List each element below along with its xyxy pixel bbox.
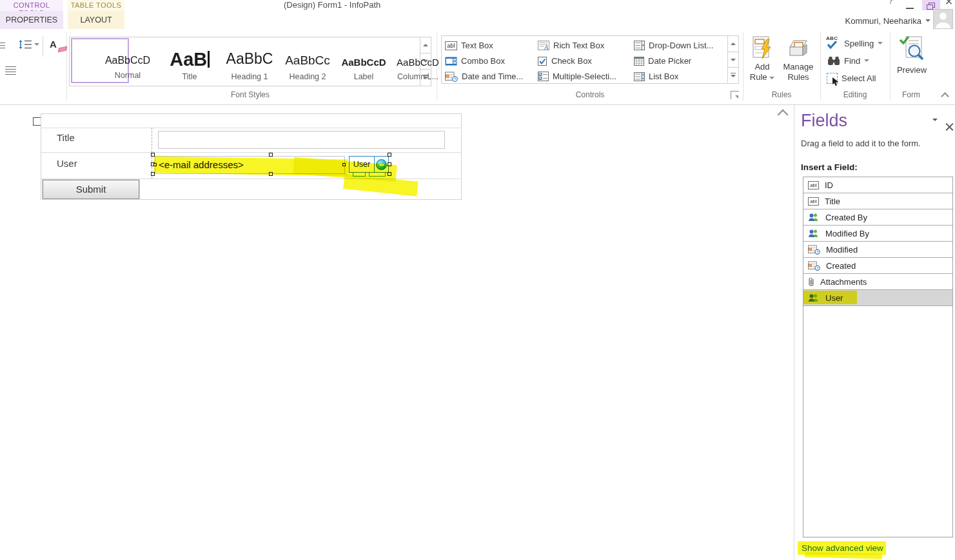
selection-handle[interactable] <box>151 172 155 176</box>
clear-formatting-button[interactable]: A <box>50 39 64 52</box>
indent-icon[interactable] <box>0 41 5 50</box>
control-list-box[interactable]: List Box <box>634 69 678 84</box>
select-all-icon <box>827 73 838 84</box>
scroll-down-button[interactable] <box>420 53 431 70</box>
scroll-up-button[interactable] <box>420 37 431 53</box>
account-menu[interactable]: Kommuri, Neeharika <box>827 14 930 28</box>
fields-list: abl ID abl Title Created By Modified By … <box>803 177 953 537</box>
textbox-resize-handle[interactable] <box>342 163 346 166</box>
triangle-down-icon <box>731 59 736 61</box>
select-all-button[interactable]: Select All <box>827 71 876 85</box>
pane-menu-button[interactable] <box>932 119 938 121</box>
table-row-border <box>41 152 462 153</box>
control-multiple-selection[interactable]: Multiple-Selecti... <box>538 69 616 84</box>
selection-handle[interactable] <box>151 153 155 157</box>
selection-handle[interactable] <box>269 153 273 157</box>
help-button[interactable]: ? <box>883 0 898 10</box>
control-combo-box[interactable]: Combo Box <box>445 53 505 68</box>
selection-handle[interactable] <box>388 162 391 166</box>
group-label-editing: Editing <box>823 90 887 99</box>
field-label: Modified By <box>825 229 869 238</box>
style-heading-2[interactable]: AaBbCc Heading 2 <box>251 38 308 83</box>
check-box-icon <box>538 57 547 66</box>
help-icon: ? <box>888 0 893 6</box>
triangle-up-icon <box>423 44 428 46</box>
spelling-button[interactable]: ABC Spelling <box>826 36 883 50</box>
scroll-down-button[interactable] <box>728 52 738 68</box>
find-label: Find <box>844 56 860 66</box>
fields-pane-title: Fields <box>801 111 847 131</box>
control-text-box[interactable]: abl Text Box <box>445 38 493 53</box>
title-text-box[interactable] <box>158 131 445 149</box>
tab-layout[interactable]: LAYOUT <box>68 11 124 29</box>
launcher-arrow-icon <box>735 95 738 99</box>
insert-field-heading: Insert a Field: <box>801 162 858 172</box>
field-label: ID <box>825 180 833 190</box>
textbox-resize-handle[interactable] <box>153 163 157 166</box>
submit-button[interactable]: Submit <box>43 180 139 199</box>
style-title[interactable]: AaB Title <box>131 38 190 83</box>
avatar[interactable] <box>933 9 953 29</box>
control-label: Combo Box <box>461 56 505 66</box>
preview-button[interactable]: Preview <box>894 35 930 75</box>
style-column-label[interactable]: AaBbCcD Column L... <box>366 38 418 83</box>
control-date-and-time[interactable]: Date and Time... <box>445 69 523 84</box>
form-title-label: Title <box>57 132 75 143</box>
canvas-scroll-up-button[interactable] <box>778 110 789 121</box>
style-heading-1[interactable]: AaBbC Heading 1 <box>192 38 250 83</box>
scroll-up-button[interactable] <box>728 36 738 52</box>
gallery-more-button[interactable] <box>728 68 738 82</box>
tab-properties[interactable]: PROPERTIES <box>0 11 63 29</box>
field-item-title[interactable]: abl Title <box>803 193 952 209</box>
group-label-rules: Rules <box>749 90 814 99</box>
field-item-modified-by[interactable]: Modified By <box>803 226 952 242</box>
chevron-down-icon <box>864 59 869 62</box>
field-item-attachments[interactable]: Attachments <box>803 274 952 290</box>
text-field-icon: abl <box>808 181 819 189</box>
user-picker-button[interactable]: User <box>349 156 389 173</box>
gallery-more-button[interactable] <box>420 70 431 84</box>
find-button[interactable]: Find <box>827 53 869 68</box>
line-spacing-button[interactable] <box>18 39 39 50</box>
table-row-border <box>41 128 462 128</box>
picker-notch <box>369 172 386 177</box>
field-item-created-by[interactable]: Created By <box>803 209 952 226</box>
selection-handle[interactable] <box>269 172 273 176</box>
email-addresses-box[interactable]: <e-mail addresses> <box>155 156 345 174</box>
control-date-picker[interactable]: Date Picker <box>634 53 691 68</box>
style-name: Column L... <box>392 72 444 81</box>
field-label: User <box>825 293 843 303</box>
pane-close-button[interactable] <box>945 122 954 131</box>
align-justify-icon[interactable] <box>5 64 16 77</box>
style-label[interactable]: AaBbCcD Label <box>310 38 364 83</box>
list-box-icon <box>634 72 645 81</box>
rich-text-box-icon: A <box>538 41 549 50</box>
group-separator <box>66 32 67 101</box>
selection-handle[interactable] <box>388 172 391 176</box>
people-icon <box>808 293 820 302</box>
drop-down-list-icon <box>634 41 645 50</box>
field-item-id[interactable]: abl ID <box>803 177 952 193</box>
triangle-up-icon <box>731 43 736 45</box>
minimize-button[interactable] <box>901 0 918 10</box>
field-label: Created By <box>825 213 867 222</box>
chevron-down-icon <box>878 42 883 44</box>
field-item-modified[interactable]: Modified <box>803 242 952 258</box>
add-rule-button[interactable]: Add Rule <box>747 35 778 82</box>
control-label: Multiple-Selecti... <box>553 72 616 81</box>
controls-scrollbar <box>727 36 738 83</box>
control-drop-down-list[interactable]: Drop-Down List... <box>634 38 713 53</box>
field-item-user[interactable]: User <box>803 290 952 306</box>
selection-handle[interactable] <box>388 153 391 157</box>
line-spacing-icon <box>18 39 32 50</box>
controls-dialog-launcher[interactable] <box>731 91 739 99</box>
preview-label: Preview <box>897 65 927 75</box>
show-advanced-view-link[interactable]: Show advanced view <box>802 543 883 553</box>
field-item-created[interactable]: Created <box>803 258 952 274</box>
highlight-stroke <box>805 552 882 559</box>
manage-rules-button[interactable]: Manage Rules <box>779 35 818 82</box>
style-normal[interactable]: AaBbCcD Normal <box>71 38 129 83</box>
svg-text:A: A <box>544 44 549 50</box>
control-rich-text-box[interactable]: A Rich Text Box <box>538 38 604 53</box>
control-check-box[interactable]: Check Box <box>538 53 592 68</box>
